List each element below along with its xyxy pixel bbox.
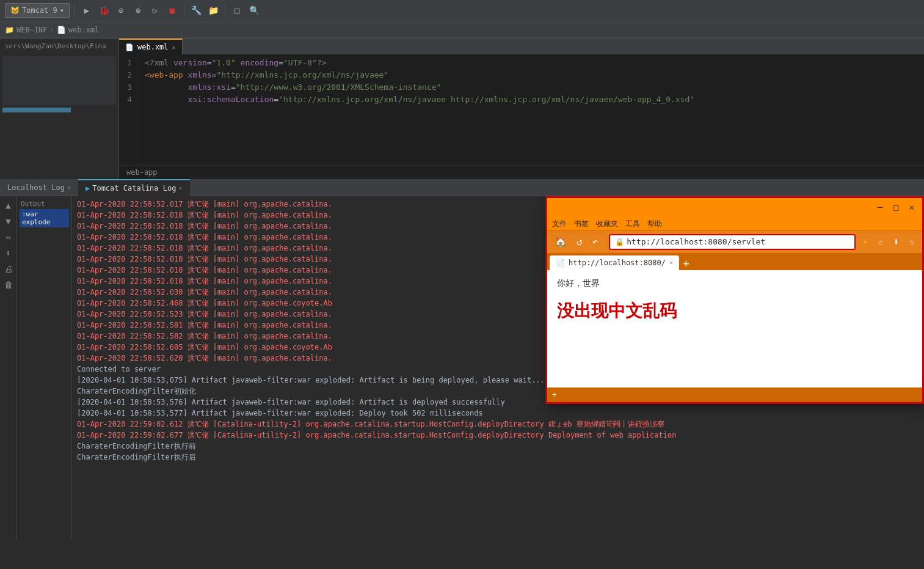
project-path: sers\WangZan\Desktop\Fina	[2, 41, 116, 51]
toolbar-separator-1	[75, 4, 75, 17]
tomcat-dropdown[interactable]: 🐱 Tomcat 9 ▾	[5, 3, 70, 18]
project-panel: sers\WangZan\Desktop\Fina	[0, 39, 119, 179]
profile-button[interactable]: ⊛	[131, 4, 145, 17]
browser-tabs-row: 📄 http://localhost:8080/ ✕ +	[547, 253, 922, 270]
output-content: Output :war explode 01-Apr-2020 22:58:52…	[17, 196, 924, 540]
search-button[interactable]: 🔍	[247, 4, 261, 17]
output-controls: ▲ ▼ ⇔ ⬇ 🖨 🗑	[0, 196, 17, 540]
project-tree-placeholder	[2, 56, 116, 105]
log-line: CharaterEncodingFilter执行前	[77, 441, 919, 452]
layout-button[interactable]: □	[230, 4, 244, 17]
close-button[interactable]: ✕	[906, 202, 917, 213]
coverage-button[interactable]: ⊙	[114, 4, 128, 17]
toolbar-separator-3	[225, 4, 225, 17]
home-button[interactable]: 🏠	[551, 235, 570, 249]
browser-menu-bar: 文件 书签 收藏夹 工具 帮助	[547, 216, 922, 231]
menu-tools[interactable]: 工具	[625, 218, 640, 229]
browser-content: 你好，世界 没出现中文乱码	[547, 270, 922, 387]
scroll-up-btn[interactable]: ▲	[2, 199, 15, 212]
log-line: [2020-04-01 10:58:53,577] Artifact javaw…	[77, 408, 919, 419]
menu-file[interactable]: 文件	[552, 218, 567, 229]
log-output[interactable]: 01-Apr-2020 22:58:52.017 洪℃佬 [main] org.…	[72, 196, 924, 540]
address-text: http://localhost:8080/servlet	[627, 237, 849, 248]
tomcat-icon: 🐱	[10, 6, 20, 15]
star-button[interactable]: ☆	[874, 235, 887, 249]
tomcat-label: Tomcat 9	[22, 6, 57, 15]
tab-catalina-log[interactable]: ▶ Tomcat Catalina Log ✕	[78, 179, 190, 196]
new-tab-button[interactable]: +	[680, 258, 692, 269]
log-line: 01-Apr-2020 22:59:02.612 洪℃佬 [Catalina-u…	[77, 419, 919, 430]
debug-button[interactable]: 🐞	[97, 4, 111, 17]
menu-favorites[interactable]: 收藏夹	[596, 218, 618, 229]
secure-icon: 🔒	[615, 237, 624, 248]
war-explode-item[interactable]: :war explode	[20, 209, 69, 227]
back-button[interactable]: ↶	[589, 235, 602, 249]
tab-favicon: 📄	[556, 257, 565, 268]
bottom-tabs-bar: Localhost Log ✕ ▶ Tomcat Catalina Log ✕	[0, 179, 924, 196]
browser-titlebar: ─ □ ✕	[547, 198, 922, 216]
breadcrumb-filename[interactable]: web.xml	[68, 26, 100, 34]
output-area: ▲ ▼ ⇔ ⬇ 🖨 🗑 Output :war explode 01-Apr-2…	[0, 196, 924, 540]
localhost-log-label: Localhost Log	[7, 183, 65, 192]
project-tree: sers\WangZan\Desktop\Fina	[0, 39, 118, 179]
tab-webxml[interactable]: 📄 web.xml ✕	[119, 39, 183, 54]
breadcrumb-sep: ›	[50, 26, 54, 34]
code-line-2: <web-app xmlns="http://xmlns.jcp.org/xml…	[145, 69, 924, 81]
log-line: 01-Apr-2020 22:59:02.677 洪℃佬 [Catalina-u…	[77, 430, 919, 441]
stop-button[interactable]: ■	[166, 4, 179, 17]
minimize-button[interactable]: ─	[875, 202, 886, 213]
run-button[interactable]: ▶	[80, 4, 93, 17]
breadcrumb-folder-icon: 📁	[5, 26, 14, 34]
xml-file-icon: 📄	[125, 43, 134, 51]
wrap-btn[interactable]: ⇔	[2, 230, 15, 244]
refresh-button[interactable]: ↺	[573, 235, 586, 249]
editor-tabs: 📄 web.xml ✕	[119, 39, 924, 54]
export-btn[interactable]: ⬇	[2, 246, 15, 260]
add-tab-bottom[interactable]: +	[552, 389, 556, 400]
settings-button[interactable]: 🔧	[189, 4, 203, 17]
editor-breadcrumb-label: web-app	[126, 168, 158, 177]
browser-tab-active[interactable]: 📄 http://localhost:8080/ ✕	[550, 255, 679, 270]
maximize-button[interactable]: □	[890, 202, 901, 213]
run-alt-button[interactable]: ▷	[148, 4, 162, 17]
code-lines[interactable]: <?xml version="1.0" encoding="UTF-8"?> <…	[137, 54, 924, 165]
breadcrumb-webinf[interactable]: WEB-INF	[16, 26, 48, 34]
scroll-indicator	[2, 108, 71, 112]
browser-nav-bar: 🏠 ↺ ↶ 🔒 http://localhost:8080/servlet ⚡ …	[547, 231, 922, 253]
catalina-icon: ▶	[85, 184, 90, 193]
address-bar[interactable]: 🔒 http://localhost:8080/servlet	[609, 234, 856, 250]
localhost-log-close[interactable]: ✕	[67, 184, 71, 191]
dropdown-arrow: ▾	[60, 6, 64, 15]
tab-close-x[interactable]: ✕	[669, 257, 673, 268]
line-numbers: 1 2 3 4	[119, 54, 137, 165]
main-toolbar: 🐱 Tomcat 9 ▾ ▶ 🐞 ⊙ ⊛ ▷ ■ 🔧 📁 □ 🔍	[0, 0, 924, 21]
tab-localhost-log[interactable]: Localhost Log ✕	[0, 179, 78, 196]
code-editor: 📄 web.xml ✕ 1 2 3 4 <?xml version="1.0" …	[119, 39, 924, 179]
breadcrumb-file-icon: 📄	[57, 26, 66, 34]
output-sidebar: Output :war explode	[17, 196, 72, 540]
code-line-1: <?xml version="1.0" encoding="UTF-8"?>	[145, 57, 924, 69]
bottom-panel: Localhost Log ✕ ▶ Tomcat Catalina Log ✕ …	[0, 179, 924, 540]
menu-help[interactable]: 帮助	[647, 218, 662, 229]
tab-close-btn[interactable]: ✕	[172, 44, 176, 51]
tab-label: web.xml	[137, 43, 169, 51]
code-content: 1 2 3 4 <?xml version="1.0" encoding="UT…	[119, 54, 924, 165]
bookmark-button[interactable]: ☆	[905, 235, 919, 249]
code-line-4: xsi:schemaLocation="http://xmlns.jcp.org…	[145, 94, 924, 106]
catalina-log-close[interactable]: ✕	[178, 185, 182, 191]
breadcrumb: 📁 WEB-INF › 📄 web.xml	[0, 21, 924, 39]
editor-breadcrumb: web-app	[119, 165, 924, 179]
scroll-down-btn[interactable]: ▼	[2, 215, 15, 228]
download-button[interactable]: ⬇	[890, 235, 903, 249]
folder-button[interactable]: 📁	[206, 4, 220, 17]
no-garble-annotation: 没出现中文乱码	[557, 306, 912, 317]
log-line: CharaterEncodingFilter执行后	[77, 452, 919, 463]
print-btn[interactable]: 🖨	[2, 262, 15, 276]
page-hello-text: 你好，世界	[557, 277, 912, 288]
browser-bottom-bar: +	[547, 387, 922, 402]
output-label: Output	[20, 199, 69, 209]
menu-bookmarks[interactable]: 书签	[574, 218, 589, 229]
lightning-button[interactable]: ⚡	[858, 235, 871, 249]
tab-url-text: http://localhost:8080/	[569, 257, 666, 268]
clear-btn[interactable]: 🗑	[2, 278, 15, 292]
